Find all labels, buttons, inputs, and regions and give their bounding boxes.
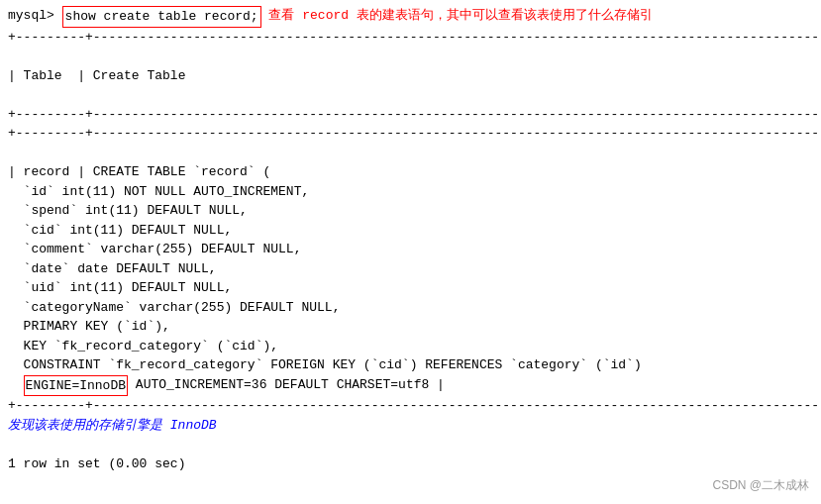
- engine-highlight: ENGINE=InnoDB: [24, 375, 128, 397]
- code-line-5: `date` date DEFAULT NULL,: [8, 259, 813, 279]
- engine-line: ENGINE=InnoDB AUTO_INCREMENT=36 DEFAULT …: [8, 375, 813, 397]
- result-line: 1 row in set (0.00 sec): [8, 454, 813, 474]
- code-line-10: CONSTRAINT `fk_record_category` FOREIGN …: [8, 355, 813, 375]
- code-line-9: KEY `fk_record_category` (`cid`),: [8, 337, 813, 356]
- divider-3: +---------+-----------------------------…: [8, 124, 813, 144]
- watermark: CSDN @二木成林: [712, 476, 809, 494]
- code-line-7: `categoryName` varchar(255) DEFAULT NULL…: [8, 298, 813, 318]
- empty-4: [8, 435, 813, 454]
- command-box: show create table record;: [62, 6, 261, 28]
- code-line-8: PRIMARY KEY (`id`),: [8, 317, 813, 337]
- code-line-0: | record | CREATE TABLE `record` (: [8, 162, 813, 182]
- engine-prefix: [8, 375, 24, 395]
- code-line-2: `spend` int(11) DEFAULT NULL,: [8, 201, 813, 221]
- divider-2: +---------+-----------------------------…: [8, 105, 813, 125]
- code-line-6: `uid` int(11) DEFAULT NULL,: [8, 278, 813, 298]
- code-line-3: `cid` int(11) DEFAULT NULL,: [8, 221, 813, 241]
- empty-3: [8, 144, 813, 163]
- command-line: mysql> show create table record; 查看 reco…: [8, 6, 813, 28]
- engine-suffix: AUTO_INCREMENT=36 DEFAULT CHARSET=utf8 |: [128, 375, 445, 395]
- note-line: 发现该表使用的存储引擎是 InnoDB: [8, 416, 813, 436]
- note-text: 发现该表使用的存储引擎是 InnoDB: [8, 416, 217, 436]
- table-header: | Table | Create Table: [8, 66, 813, 86]
- empty-2: [8, 85, 813, 105]
- divider-4: +---------+-----------------------------…: [8, 396, 813, 416]
- command-comment: 查看 record 表的建表语句，其中可以查看该表使用了什么存储引: [261, 6, 653, 26]
- divider-1: +---------+-----------------------------…: [8, 28, 813, 48]
- prompt: mysql>: [8, 6, 62, 26]
- code-line-4: `comment` varchar(255) DEFAULT NULL,: [8, 240, 813, 259]
- terminal-window: mysql> show create table record; 查看 reco…: [0, 0, 821, 504]
- empty-1: [8, 47, 813, 66]
- code-line-1: `id` int(11) NOT NULL AUTO_INCREMENT,: [8, 182, 813, 202]
